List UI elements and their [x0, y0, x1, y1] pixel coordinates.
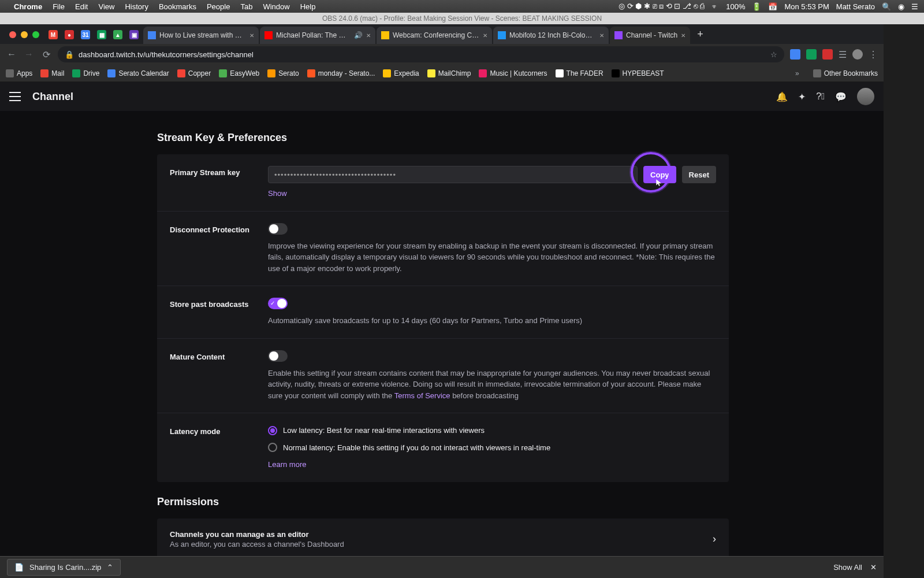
mac-app-name[interactable]: Chrome	[14, 2, 42, 11]
spotlight-icon[interactable]: 🔍	[882, 2, 891, 11]
pinned-tab-gmail[interactable]: M	[49, 30, 58, 39]
menu-help[interactable]: Help	[300, 2, 316, 11]
battery-level[interactable]: 100%	[726, 2, 745, 11]
bookmark-item[interactable]: Serato	[267, 69, 299, 77]
bookmark-item[interactable]: Mail	[40, 69, 64, 77]
menu-history[interactable]: History	[125, 2, 148, 11]
extension-icon[interactable]	[790, 49, 800, 60]
chevron-up-icon[interactable]: ⌃	[107, 563, 113, 572]
extension-icon[interactable]	[822, 49, 833, 60]
perms-title: Channels you can manage as an editor	[170, 530, 713, 539]
date-icon[interactable]: 📅	[768, 2, 777, 11]
tab-1[interactable]: Michael Pollan: The Omniv🔊✕	[260, 27, 375, 44]
other-bookmarks[interactable]: Other Bookmarks	[813, 69, 878, 77]
menu-people[interactable]: People	[207, 2, 230, 11]
pinned-tab-trello[interactable]: ▣	[129, 30, 139, 39]
background-app-strip	[884, 24, 924, 578]
mature-toggle[interactable]	[268, 350, 288, 362]
file-icon: 📄	[14, 563, 24, 572]
notifications-icon[interactable]: 🔔	[776, 91, 788, 102]
help-icon[interactable]: ?⃝	[816, 91, 825, 102]
section-permissions-title: Permissions	[157, 496, 729, 508]
clock[interactable]: Mon 5:53 PM	[784, 2, 829, 11]
menu-tab[interactable]: Tab	[240, 2, 252, 11]
menu-edit[interactable]: Edit	[75, 2, 88, 11]
tab-2[interactable]: Webcam: Conferencing Camer✕	[377, 27, 492, 44]
bookmark-item[interactable]: Copper	[177, 69, 211, 77]
bookmark-item[interactable]: The FADER	[556, 69, 603, 77]
bookmark-star-icon[interactable]: ☆	[770, 50, 777, 59]
tab-3[interactable]: Mobifoto 12 Inch Bi-Colour LE✕	[493, 27, 609, 44]
cursor-icon	[655, 179, 663, 187]
profile-avatar-icon[interactable]	[852, 49, 863, 60]
learn-more-link[interactable]: Learn more	[268, 460, 306, 469]
control-center-icon[interactable]: ☰	[911, 2, 918, 11]
pinned-tab-drive[interactable]: ▲	[113, 30, 122, 39]
chat-icon[interactable]: 💬	[835, 91, 847, 102]
bookmark-item[interactable]: Drive	[72, 69, 99, 77]
pinned-tab-calendar[interactable]: 31	[81, 30, 90, 39]
maximize-window-button[interactable]	[32, 31, 39, 38]
bookmark-item[interactable]: Serato Calendar	[107, 69, 169, 77]
latency-normal-option[interactable]: Normal latency: Enable this setting if y…	[268, 442, 716, 454]
store-toggle[interactable]	[268, 298, 288, 309]
menu-file[interactable]: File	[53, 2, 65, 11]
disconnect-desc: Improve the viewing experience for your …	[268, 240, 716, 275]
latency-low-option[interactable]: Low latency: Best for near real-time int…	[268, 425, 716, 436]
store-broadcasts-row: Store past broadcasts Automatically save…	[157, 286, 729, 339]
lock-icon[interactable]: 🔒	[65, 50, 74, 59]
mac-user[interactable]: Matt Serato	[836, 2, 875, 11]
bookmark-item[interactable]: Expedia	[383, 69, 419, 77]
user-avatar[interactable]	[857, 88, 874, 105]
chrome-menu-icon[interactable]: ⋮	[869, 49, 878, 60]
menubar-extra-icons[interactable]: ◎ ⟳ ⬢ ✱ ⎚ ⧈ ⟲ ⊡ ⎇ ⎋ ⎙	[619, 2, 705, 11]
close-tab-icon[interactable]: ✕	[681, 32, 685, 39]
reset-button[interactable]: Reset	[682, 166, 716, 183]
tab-0[interactable]: How to Live stream with OBS✕	[143, 27, 259, 44]
sparkle-icon[interactable]: ✦	[798, 91, 806, 102]
tos-link[interactable]: Terms of Service	[394, 391, 450, 400]
download-item[interactable]: 📄 Sharing Is Carin....zip ⌃	[7, 559, 121, 576]
editor-channels-row[interactable]: Channels you can manage as an editor As …	[157, 518, 729, 560]
forward-button[interactable]: →	[23, 49, 35, 60]
minimize-window-button[interactable]	[21, 31, 28, 38]
copy-button[interactable]: Copy	[643, 166, 676, 183]
audio-icon[interactable]: 🔊	[354, 31, 363, 39]
stream-key-input[interactable]	[268, 166, 638, 183]
apps-bookmark[interactable]: Apps	[6, 69, 32, 77]
reload-button[interactable]: ⟳	[40, 49, 52, 60]
address-bar[interactable]: 🔒 dashboard.twitch.tv/u/thekutcorners/se…	[58, 46, 784, 62]
extension-icon[interactable]	[806, 49, 817, 60]
bookmark-overflow-icon[interactable]: »	[795, 69, 799, 77]
disconnect-toggle[interactable]	[268, 223, 288, 235]
siri-icon[interactable]: ◉	[898, 2, 904, 11]
menu-bookmarks[interactable]: Bookmarks	[159, 2, 196, 11]
menu-window[interactable]: Window	[263, 2, 289, 11]
hamburger-menu-icon[interactable]	[9, 92, 21, 101]
pinned-tab-todoist[interactable]: ●	[65, 30, 74, 39]
pinned-tab-sheets[interactable]: ▦	[97, 30, 106, 39]
reading-list-icon[interactable]: ☰	[839, 49, 847, 60]
bookmark-item[interactable]: EasyWeb	[219, 69, 259, 77]
bookmark-item[interactable]: Music | Kutcorners	[479, 69, 547, 77]
tab-4-active[interactable]: Channel - Twitch✕	[610, 27, 690, 44]
store-label: Store past broadcasts	[170, 298, 268, 327]
menu-view[interactable]: View	[98, 2, 114, 11]
close-tab-icon[interactable]: ✕	[483, 32, 487, 39]
show-all-downloads[interactable]: Show All	[833, 563, 862, 572]
bookmark-item[interactable]: MailChimp	[427, 69, 471, 77]
twitch-content[interactable]: Stream Key & Preferences Primary Stream …	[0, 111, 884, 578]
bookmark-item[interactable]: monday - Serato...	[307, 69, 375, 77]
chrome-window: M ● 31 ▦ ▲ ▣ How to Live stream with OBS…	[0, 24, 884, 578]
close-window-button[interactable]	[9, 31, 16, 38]
close-tab-icon[interactable]: ✕	[249, 32, 254, 39]
extension-icons: ☰ ⋮	[790, 49, 878, 60]
close-tab-icon[interactable]: ✕	[599, 32, 604, 39]
new-tab-button[interactable]: +	[691, 28, 709, 44]
show-link[interactable]: Show	[268, 188, 287, 199]
wifi-icon[interactable]: ᯤ	[711, 2, 719, 11]
back-button[interactable]: ←	[6, 49, 17, 60]
close-tab-icon[interactable]: ✕	[366, 32, 371, 39]
bookmark-item[interactable]: HYPEBEAST	[612, 69, 664, 77]
close-downloads-bar-icon[interactable]: ✕	[870, 563, 877, 572]
